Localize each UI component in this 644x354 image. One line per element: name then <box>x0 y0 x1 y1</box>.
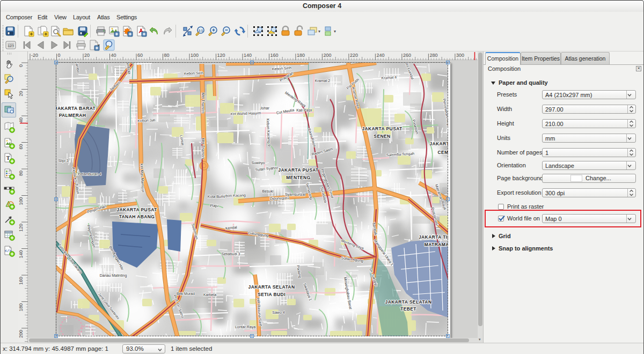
svg-text:Besuki: Besuki <box>262 189 273 193</box>
svg-text:PALMERAH: PALMERAH <box>59 113 86 118</box>
svg-text:Kota Bumi: Kota Bumi <box>208 195 225 198</box>
svg-text:20: 20 <box>84 53 90 58</box>
svg-text:JAKARTA TIMUR: JAKARTA TIMUR <box>419 234 448 240</box>
svg-text:160: 160 <box>18 277 24 285</box>
svg-text:160: 160 <box>270 53 279 58</box>
svg-text:120: 120 <box>18 224 24 232</box>
svg-text:JAKARTA PUSAT: JAKARTA PUSAT <box>278 167 319 173</box>
svg-text:Plaju: Plaju <box>210 204 218 208</box>
svg-text:0: 0 <box>58 53 61 58</box>
svg-text:MH Thamrin: MH Thamrin <box>201 93 205 113</box>
svg-text:Sawo 4: Sawo 4 <box>272 311 284 314</box>
svg-text:40: 40 <box>111 53 116 58</box>
svg-text:MENTENG: MENTENG <box>286 175 310 180</box>
svg-text:SETIA BUDI: SETIA BUDI <box>258 292 286 297</box>
svg-text:Setiabudi 3: Setiabudi 3 <box>221 252 240 256</box>
svg-text:40: 40 <box>18 117 24 123</box>
svg-text:SENEN: SENEN <box>374 134 390 139</box>
svg-text:Bek Murad: Bek Murad <box>177 292 195 296</box>
svg-text:JAKARTA PUSAT: JAKARTA PUSAT <box>429 141 448 146</box>
svg-text:MATRAMAN: MATRAMAN <box>425 242 448 247</box>
svg-text:Johar: Johar <box>260 106 269 110</box>
svg-text:Karbela: Karbela <box>203 293 216 297</box>
svg-text:80: 80 <box>18 171 24 176</box>
svg-text:260: 260 <box>403 53 411 58</box>
svg-text:20: 20 <box>18 91 24 97</box>
svg-text:280: 280 <box>429 53 437 58</box>
svg-text:180: 180 <box>297 53 305 58</box>
svg-text:Lontar Raya: Lontar Raya <box>235 325 255 329</box>
svg-text:180: 180 <box>18 303 24 311</box>
svg-text:JAKARTA SELATAN: JAKARTA SELATAN <box>248 284 295 290</box>
svg-text:140: 140 <box>18 250 24 259</box>
svg-text:CEMPAKA: CEMPAKA <box>437 150 448 155</box>
svg-text:Petamburan 4: Petamburan 4 <box>78 172 101 176</box>
svg-text:JAKARTA SELATAN: JAKARTA SELATAN <box>385 299 432 305</box>
svg-text:Slipi 3: Slipi 3 <box>58 159 68 163</box>
svg-text:60: 60 <box>137 53 143 58</box>
svg-text:Kali Pasir: Kali Pasir <box>296 108 312 112</box>
svg-text:200: 200 <box>323 53 331 58</box>
svg-text:Kebon Sirih: Kebon Sirih <box>184 71 204 75</box>
svg-text:Syamsurizal: Syamsurizal <box>285 193 306 197</box>
svg-text:100: 100 <box>191 53 199 58</box>
svg-text:220: 220 <box>350 53 358 58</box>
svg-text:Kramat 2: Kramat 2 <box>315 79 331 83</box>
svg-text:100: 100 <box>18 197 24 205</box>
svg-text:T: T <box>6 155 10 161</box>
svg-text:300: 300 <box>456 53 464 58</box>
svg-text:123: 123 <box>8 44 14 48</box>
svg-text:-20: -20 <box>31 53 38 58</box>
svg-text:Kramat 4: Kramat 4 <box>382 75 397 79</box>
svg-text:JAKARTA PUSAT: JAKARTA PUSAT <box>116 207 157 212</box>
svg-text:JAKARTA BARAT: JAKARTA BARAT <box>56 106 96 111</box>
svg-text:Danau Malinting: Danau Malinting <box>100 274 127 278</box>
svg-text:TEBET: TEBET <box>400 306 416 312</box>
svg-text:140: 140 <box>244 53 252 58</box>
svg-text:200: 200 <box>18 330 24 338</box>
svg-text:0: 0 <box>18 64 24 67</box>
svg-text:120: 120 <box>217 53 225 58</box>
svg-text:TANAH ABANG: TANAH ABANG <box>119 214 155 219</box>
svg-text:JAKARTA PUSAT: JAKARTA PUSAT <box>362 126 402 131</box>
svg-text:Suwiryo: Suwiryo <box>252 161 265 165</box>
svg-text:60: 60 <box>18 144 24 150</box>
svg-text:MH Thamrin: MH Thamrin <box>201 138 205 159</box>
svg-text:1:1: 1:1 <box>199 29 203 32</box>
svg-text:240: 240 <box>376 53 384 58</box>
svg-text:80: 80 <box>164 53 170 58</box>
